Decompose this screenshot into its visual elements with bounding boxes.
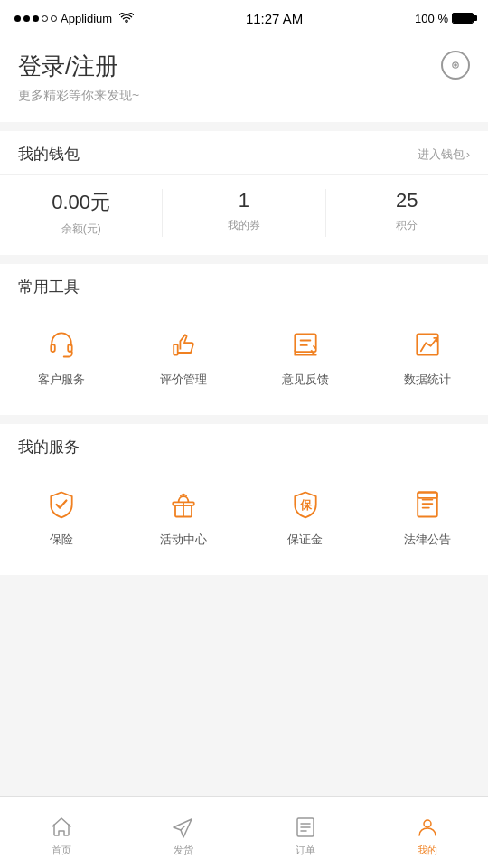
services-section: 我的服务 保险 xyxy=(0,424,488,575)
service-activity[interactable]: 活动中心 xyxy=(122,476,244,557)
svg-line-15 xyxy=(181,826,184,830)
services-title: 我的服务 xyxy=(0,424,488,467)
wallet-link[interactable]: 进入钱包 › xyxy=(418,146,470,163)
svg-point-20 xyxy=(424,820,431,827)
services-grid: 保险 活动中心 xyxy=(0,467,488,575)
wallet-title: 我的钱包 xyxy=(18,144,80,165)
tool-feedback-label: 意见反馈 xyxy=(282,372,329,388)
tab-home-label: 首页 xyxy=(52,844,71,857)
tab-home[interactable]: 首页 xyxy=(0,807,122,857)
dot3 xyxy=(33,15,39,22)
dot2 xyxy=(23,15,30,22)
qr-code-button[interactable] xyxy=(441,51,470,80)
tool-customer-service[interactable]: 客户服务 xyxy=(0,316,122,397)
send-icon xyxy=(171,815,196,840)
feedback-icon xyxy=(286,325,325,364)
service-legal[interactable]: 法律公告 xyxy=(366,476,488,557)
service-insurance-label: 保险 xyxy=(50,532,73,548)
points-value: 25 xyxy=(326,189,488,212)
headset-icon xyxy=(42,325,81,364)
status-left: Applidium xyxy=(14,12,134,25)
tab-order[interactable]: 订单 xyxy=(244,807,366,857)
service-activity-label: 活动中心 xyxy=(160,532,207,548)
tool-stats[interactable]: 数据统计 xyxy=(366,316,488,397)
header-section: 登录/注册 更多精彩等你来发现~ xyxy=(0,36,488,122)
tab-send-label: 发货 xyxy=(174,844,193,857)
chart-icon xyxy=(408,325,447,364)
page-subtitle: 更多精彩等你来发现~ xyxy=(18,88,470,104)
tool-feedback[interactable]: 意见反馈 xyxy=(244,316,366,397)
service-deposit[interactable]: 保 保证金 xyxy=(244,476,366,557)
service-insurance[interactable]: 保险 xyxy=(0,476,122,557)
points-label: 积分 xyxy=(326,218,488,233)
wallet-header: 我的钱包 进入钱包 › xyxy=(0,131,488,175)
status-right: 100 % xyxy=(415,12,474,25)
status-time: 11:27 AM xyxy=(246,11,303,26)
svg-rect-4 xyxy=(174,344,178,355)
tool-customer-service-label: 客户服务 xyxy=(38,372,85,388)
dot4 xyxy=(42,15,48,22)
dot5 xyxy=(51,15,57,22)
tools-section: 常用工具 客户服务 xyxy=(0,264,488,415)
wallet-stat-points: 25 积分 xyxy=(326,189,488,237)
tab-send[interactable]: 发货 xyxy=(122,807,244,857)
svg-point-1 xyxy=(455,64,456,66)
order-icon xyxy=(293,815,318,840)
home-icon xyxy=(49,815,74,840)
service-deposit-label: 保证金 xyxy=(287,532,323,548)
dot1 xyxy=(14,15,21,22)
chevron-right-icon: › xyxy=(466,147,470,161)
main-content: 登录/注册 更多精彩等你来发现~ 我的钱包 进入钱包 › 0.00元 余额(元)… xyxy=(0,36,488,832)
battery-percent: 100 % xyxy=(415,12,448,25)
status-bar: Applidium 11:27 AM 100 % xyxy=(0,0,488,36)
balance-value: 0.00元 xyxy=(0,189,162,216)
svg-rect-5 xyxy=(295,334,315,352)
battery-icon xyxy=(452,13,474,24)
coupons-label: 我的券 xyxy=(163,218,324,233)
carrier-name: Applidium xyxy=(61,12,112,25)
svg-rect-14 xyxy=(418,493,437,498)
tab-profile[interactable]: 我的 xyxy=(366,807,488,857)
wifi-icon xyxy=(119,13,134,24)
legal-icon xyxy=(408,485,447,524)
security-icon: 保 xyxy=(286,485,325,524)
svg-text:保: 保 xyxy=(298,499,312,512)
tools-grid: 客户服务 评价管理 xyxy=(0,307,488,415)
qr-code-icon xyxy=(448,58,463,72)
thumbup-icon xyxy=(164,325,203,364)
balance-label: 余额(元) xyxy=(0,222,162,237)
tab-order-label: 订单 xyxy=(296,844,315,857)
battery-fill xyxy=(453,14,473,23)
tool-stats-label: 数据统计 xyxy=(404,372,451,388)
gift-icon xyxy=(164,485,203,524)
wallet-stats: 0.00元 余额(元) 1 我的券 25 积分 xyxy=(0,175,488,255)
svg-rect-2 xyxy=(51,344,55,352)
tools-title: 常用工具 xyxy=(0,264,488,307)
signal-dots xyxy=(14,15,57,22)
wallet-stat-coupons: 1 我的券 xyxy=(163,189,325,237)
tab-bar: 首页 发货 订单 我的 xyxy=(0,796,488,868)
wallet-section: 我的钱包 进入钱包 › 0.00元 余额(元) 1 我的券 25 积分 xyxy=(0,131,488,255)
wallet-stat-balance: 0.00元 余额(元) xyxy=(0,189,163,237)
page-title: 登录/注册 xyxy=(18,51,470,82)
svg-rect-3 xyxy=(68,344,72,352)
shield-icon xyxy=(42,485,81,524)
tool-rating[interactable]: 评价管理 xyxy=(122,316,244,397)
tab-profile-label: 我的 xyxy=(418,844,437,857)
profile-icon xyxy=(415,815,440,840)
tool-rating-label: 评价管理 xyxy=(160,372,207,388)
service-legal-label: 法律公告 xyxy=(404,532,451,548)
coupons-value: 1 xyxy=(163,189,324,212)
